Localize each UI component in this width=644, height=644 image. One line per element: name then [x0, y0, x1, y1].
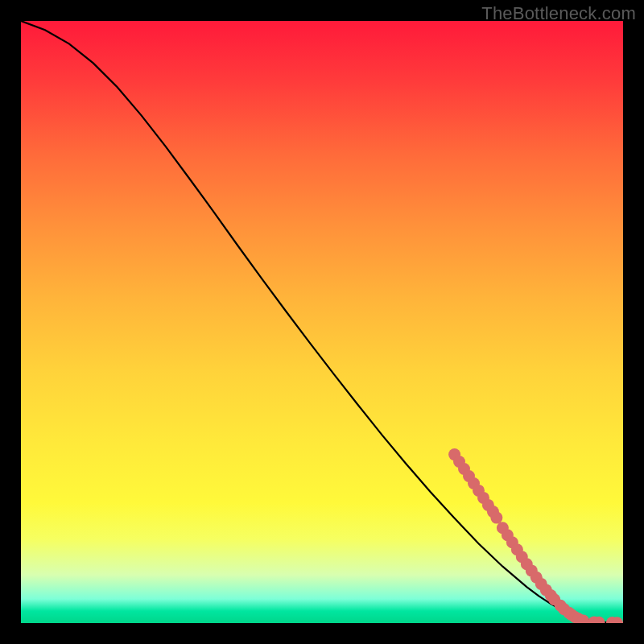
watermark-text: TheBottleneck.com — [481, 3, 636, 24]
data-point — [521, 558, 533, 570]
data-point — [516, 551, 528, 563]
data-point — [448, 448, 460, 460]
data-point — [502, 529, 514, 541]
bottleneck-curve — [21, 21, 623, 623]
data-point — [588, 616, 601, 623]
data-point — [563, 607, 575, 619]
data-point — [545, 589, 557, 601]
data-point — [530, 572, 543, 584]
data-markers — [448, 448, 623, 623]
plot-area — [21, 21, 623, 623]
data-point — [593, 617, 605, 623]
data-point — [511, 543, 523, 555]
data-point — [526, 564, 538, 576]
data-point — [555, 600, 567, 612]
data-point — [473, 485, 485, 497]
data-point — [506, 536, 518, 548]
data-point — [565, 609, 577, 621]
chart-svg — [21, 21, 623, 623]
data-point — [535, 578, 547, 590]
data-point — [490, 512, 502, 524]
data-point — [540, 584, 552, 596]
data-point — [482, 499, 494, 511]
chart-frame: TheBottleneck.com — [0, 0, 644, 644]
data-point — [453, 456, 465, 468]
data-point — [463, 470, 475, 482]
data-point — [606, 617, 618, 623]
data-point — [569, 611, 581, 623]
data-point — [548, 593, 560, 605]
data-point — [497, 522, 509, 534]
data-point — [487, 506, 499, 518]
data-point — [458, 463, 470, 475]
data-point — [468, 477, 480, 489]
data-point — [572, 613, 584, 623]
data-point — [558, 603, 570, 615]
data-point — [611, 617, 623, 623]
data-point — [477, 492, 489, 504]
data-point — [577, 615, 589, 624]
